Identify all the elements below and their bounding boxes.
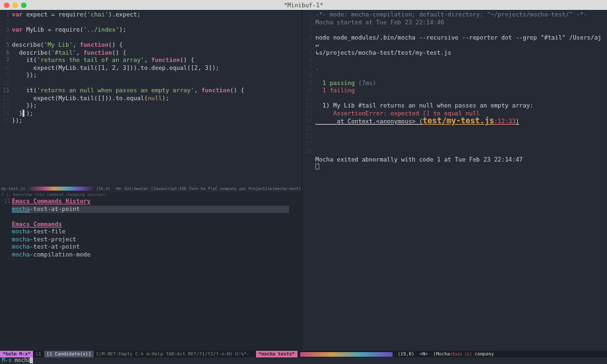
helm-commands-header: Emacs Commands bbox=[12, 221, 302, 229]
helm-hint: C-j: Describe this command (keeping sess… bbox=[0, 192, 302, 197]
modeline-source: my-test.js (14,4) <N> Git:master [Javasc… bbox=[0, 185, 302, 192]
compilation-line bbox=[315, 148, 607, 156]
minibuffer-prompt: M-x bbox=[2, 357, 15, 363]
compilation-line: node node_modules/.bin/mocha --recursive… bbox=[315, 34, 607, 57]
statusline-gradient-icon bbox=[300, 352, 393, 357]
statusline-candidates: [1 Candidate(s)] bbox=[44, 351, 94, 357]
helm-pane[interactable]: C-j: Describe this command (keeping sess… bbox=[0, 192, 302, 351]
compilation-line: 1) My Lib #tail returns an null when pas… bbox=[315, 102, 607, 110]
compilation-line bbox=[315, 72, 607, 80]
modeline-gradient-icon bbox=[28, 187, 94, 191]
compilation-pane[interactable]: 1234 56789101112131415161718 -*- mode: m… bbox=[302, 10, 607, 351]
statusline-mode: <N> bbox=[417, 351, 431, 357]
helm-history-item[interactable]: mocha-test-at-point bbox=[12, 206, 289, 214]
zoom-icon[interactable] bbox=[21, 3, 26, 8]
statusline-keyhints: C/M-RET:Empty C-h m:Help TAB:Act RET/f1/… bbox=[94, 351, 252, 357]
compilation-line: . bbox=[315, 65, 607, 73]
close-icon[interactable] bbox=[4, 3, 9, 8]
source-pane[interactable]: 123456789101112131415 var expect = requi… bbox=[0, 10, 302, 185]
helm-command-item[interactable]: mocha-test-at-point bbox=[12, 243, 302, 251]
cursor-icon bbox=[30, 357, 33, 363]
compilation-line bbox=[315, 141, 607, 149]
compilation-line: 1 passing (7ms) bbox=[315, 80, 607, 88]
helm-command-item[interactable]: mocha-test-project bbox=[12, 236, 302, 244]
compilation-gutter: 1234 56789101112131415161718 bbox=[302, 10, 314, 163]
compilation-line bbox=[315, 26, 607, 34]
code-body[interactable]: var expect = require('chai').expect; var… bbox=[0, 10, 302, 125]
compilation-line: at Context.<anonymous> (test/my-test.js:… bbox=[315, 117, 607, 126]
line-gutter: 123456789101112131415 bbox=[0, 10, 11, 185]
window-titlebar: *Minibuf-1* bbox=[0, 0, 607, 10]
compilation-line bbox=[315, 133, 607, 141]
helm-history-header: Emacs Commands History bbox=[12, 198, 302, 206]
minimize-icon[interactable] bbox=[13, 3, 18, 8]
compilation-body[interactable]: -*- mode: mocha-compilation; default-dir… bbox=[302, 10, 607, 172]
statusline-mocha-mode: (Mocha:Exit [1] company bbox=[431, 351, 497, 357]
compilation-line bbox=[315, 164, 607, 172]
helm-command-item[interactable]: mocha-test-file bbox=[12, 228, 302, 236]
compilation-line: -*- mode: mocha-compilation; default-dir… bbox=[315, 11, 607, 19]
window-title: *Minibuf-1* bbox=[284, 2, 323, 9]
minibuffer-input[interactable]: mocha bbox=[15, 357, 30, 363]
compilation-line bbox=[315, 57, 607, 65]
statusline-pos: (19,0) bbox=[395, 351, 417, 357]
minibuffer[interactable]: M-x mocha bbox=[0, 357, 607, 364]
helm-command-item[interactable]: mocha-compilation-mode bbox=[12, 251, 302, 259]
statusline: *helm M-x* L1 [1 Candidate(s)] C/M-RET:E… bbox=[0, 351, 607, 357]
statusline-buffer-mocha: *mocha tests* bbox=[256, 351, 298, 357]
statusline-line: L1 bbox=[33, 351, 44, 357]
compilation-line bbox=[315, 95, 607, 103]
compilation-line: Mocha started at Tue Feb 23 22:14:46 bbox=[315, 19, 607, 27]
traffic-lights bbox=[4, 3, 26, 8]
compilation-line: Mocha exited abnormally with code 1 at T… bbox=[315, 156, 607, 164]
compilation-line: 1 failing bbox=[315, 87, 607, 95]
statusline-buffer-helm: *helm M-x* bbox=[0, 351, 33, 357]
compilation-line bbox=[315, 126, 607, 134]
